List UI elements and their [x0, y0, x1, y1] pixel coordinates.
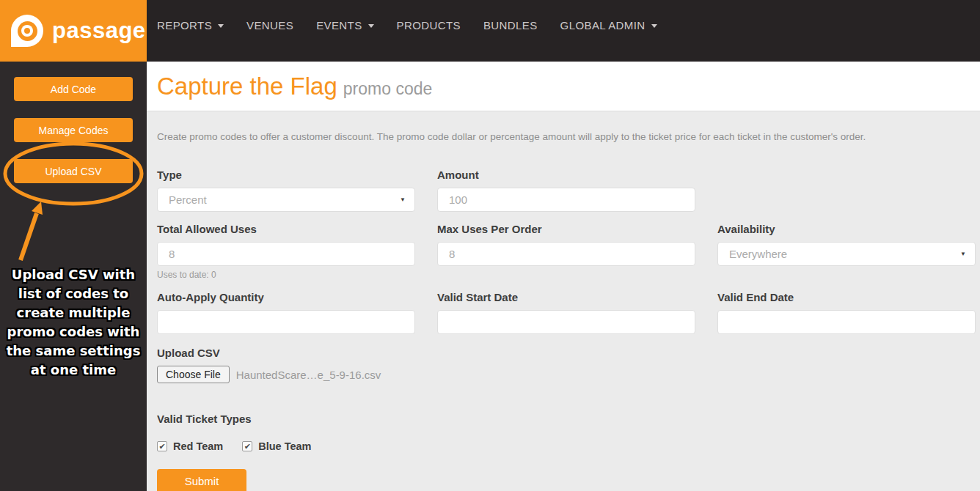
total-allowed-uses-label: Total Allowed Uses: [157, 223, 415, 235]
valid-start-date-label: Valid Start Date: [437, 291, 695, 303]
upload-csv-field: Upload CSV Choose File HauntedScare…e_5-…: [157, 347, 970, 383]
main-content: Capture the Flagpromo code Create promo …: [147, 62, 980, 491]
submit-button[interactable]: Submit: [157, 469, 246, 491]
promo-name: Capture the Flag: [157, 73, 337, 100]
type-select[interactable]: Percent ▼: [157, 188, 415, 212]
total-allowed-uses-field: Total Allowed Uses Uses to date: 0: [157, 223, 415, 280]
ticket-type-blue-team[interactable]: Blue Team: [242, 440, 311, 452]
annotation-arrow: [21, 213, 37, 260]
nav-item-products[interactable]: PRODUCTS: [397, 18, 461, 32]
annotation-arrow-head: [32, 202, 43, 215]
chosen-filename: HauntedScare…e_5-9-16.csv: [236, 369, 381, 381]
page-subtitle: promo code: [343, 79, 432, 98]
brand-name: passage: [52, 18, 146, 44]
promo-code-form: Type Percent ▼ Amount Total Allowed: [157, 169, 970, 491]
select-caret-icon: ▼: [400, 196, 406, 203]
valid-ticket-types-field: Valid Ticket Types Red Team Blue Team: [157, 413, 970, 452]
top-bar: passage REPORTS VENUES EVENTS PRODUCTS B…: [0, 0, 980, 62]
total-allowed-uses-input[interactable]: [157, 242, 415, 266]
valid-start-date-field: Valid Start Date: [437, 291, 695, 334]
page-title: Capture the Flagpromo code: [157, 73, 432, 100]
amount-label: Amount: [437, 169, 695, 181]
valid-ticket-types-label: Valid Ticket Types: [157, 413, 970, 425]
annotation-text: Upload CSV with list of codes to create …: [0, 265, 147, 380]
upload-csv-button[interactable]: Upload CSV: [14, 159, 133, 183]
auto-apply-quantity-field: Auto-Apply Quantity: [157, 291, 415, 334]
intro-text: Create promo codes to offer a customer d…: [157, 131, 970, 142]
ticket-type-red-team[interactable]: Red Team: [157, 440, 223, 452]
valid-end-date-field: Valid End Date: [717, 291, 976, 334]
manage-codes-button[interactable]: Manage Codes: [14, 118, 133, 142]
type-field: Type Percent ▼: [157, 169, 415, 212]
nav-item-reports[interactable]: REPORTS: [157, 18, 224, 32]
checkbox-red-team[interactable]: [157, 441, 167, 451]
main-nav: REPORTS VENUES EVENTS PRODUCTS BUNDLES G…: [147, 0, 980, 62]
availability-field: Availability Everywhere ▼: [717, 223, 976, 280]
uses-to-date-text: Uses to date: 0: [157, 270, 415, 280]
max-uses-per-order-input[interactable]: [437, 242, 695, 266]
choose-file-button[interactable]: Choose File: [157, 366, 230, 383]
valid-end-date-label: Valid End Date: [717, 291, 976, 303]
nav-item-bundles[interactable]: BUNDLES: [483, 18, 538, 32]
checkbox-blue-team[interactable]: [242, 441, 252, 451]
chevron-down-icon: [218, 24, 224, 28]
app: passage REPORTS VENUES EVENTS PRODUCTS B…: [0, 0, 980, 491]
add-code-button[interactable]: Add Code: [14, 77, 133, 101]
nav-item-venues[interactable]: VENUES: [246, 18, 293, 32]
upload-csv-label: Upload CSV: [157, 347, 970, 359]
sidebar: Add Code Manage Codes Upload CSV Upload …: [0, 62, 147, 491]
valid-start-date-input[interactable]: [437, 310, 695, 334]
amount-field: Amount: [437, 169, 695, 212]
auto-apply-quantity-label: Auto-Apply Quantity: [157, 291, 415, 303]
type-label: Type: [157, 169, 415, 181]
availability-select[interactable]: Everywhere ▼: [717, 242, 976, 266]
passage-pin-icon: [11, 15, 43, 47]
amount-input[interactable]: [437, 188, 695, 212]
max-uses-per-order-label: Max Uses Per Order: [437, 223, 695, 235]
page-header: Capture the Flagpromo code: [147, 62, 980, 111]
brand-logo[interactable]: passage: [0, 0, 147, 62]
chevron-down-icon: [651, 24, 657, 28]
select-caret-icon: ▼: [960, 251, 966, 257]
auto-apply-quantity-input[interactable]: [157, 310, 415, 334]
chevron-down-icon: [368, 24, 374, 28]
availability-label: Availability: [717, 223, 976, 235]
nav-item-events[interactable]: EVENTS: [316, 18, 373, 32]
valid-end-date-input[interactable]: [717, 310, 976, 334]
nav-item-global-admin[interactable]: GLOBAL ADMIN: [560, 18, 657, 32]
max-uses-per-order-field: Max Uses Per Order: [437, 223, 695, 280]
